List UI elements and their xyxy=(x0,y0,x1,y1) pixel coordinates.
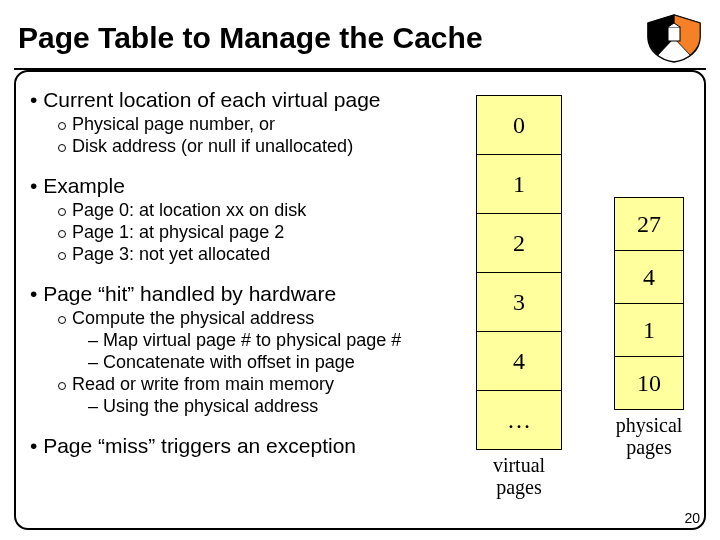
virtual-page-cell: 2 xyxy=(476,213,562,273)
bullet-l3: Using the physical address xyxy=(88,396,460,417)
slide: Page Table to Manage the Cache Current l… xyxy=(0,0,720,540)
virtual-page-cell: 1 xyxy=(476,154,562,214)
svg-rect-0 xyxy=(668,27,680,41)
physical-page-cell: 4 xyxy=(614,250,684,304)
bullet-content: Current location of each virtual page Ph… xyxy=(30,82,460,460)
bullet-l1: Example xyxy=(30,174,460,198)
bullet-l1: Page “hit” handled by hardware xyxy=(30,282,460,306)
bullet-l2: Read or write from main memory xyxy=(58,374,460,395)
label-text: pages xyxy=(626,436,672,458)
slide-title: Page Table to Manage the Cache xyxy=(18,21,483,55)
physical-page-cell: 27 xyxy=(614,197,684,251)
physical-pages-label: physical pages xyxy=(614,414,684,458)
virtual-pages-label: virtual pages xyxy=(476,454,562,498)
bullet-l3: Map virtual page # to physical page # xyxy=(88,330,460,351)
virtual-pages-table: 0 1 2 3 4 … virtual pages xyxy=(476,96,562,498)
bullet-l2: Compute the physical address xyxy=(58,308,460,329)
title-bar: Page Table to Manage the Cache xyxy=(14,8,706,70)
bullet-l2: Page 0: at location xx on disk xyxy=(58,200,460,221)
bullet-l2: Disk address (or null if unallocated) xyxy=(58,136,460,157)
label-text: virtual xyxy=(493,454,545,476)
bullet-l2: Page 1: at physical page 2 xyxy=(58,222,460,243)
bullet-l3: Concatenate with offset in page xyxy=(88,352,460,373)
virtual-page-cell: 3 xyxy=(476,272,562,332)
bullet-l2: Page 3: not yet allocated xyxy=(58,244,460,265)
bullet-l1: Current location of each virtual page xyxy=(30,88,460,112)
princeton-crest-icon xyxy=(646,13,702,63)
physical-page-cell: 10 xyxy=(614,356,684,410)
bullet-l1: Page “miss” triggers an exception xyxy=(30,434,460,458)
virtual-page-cell: … xyxy=(476,390,562,450)
virtual-page-cell: 0 xyxy=(476,95,562,155)
physical-page-cell: 1 xyxy=(614,303,684,357)
bullet-l2: Physical page number, or xyxy=(58,114,460,135)
label-text: physical xyxy=(616,414,683,436)
virtual-page-cell: 4 xyxy=(476,331,562,391)
label-text: pages xyxy=(496,476,542,498)
physical-pages-table: 27 4 1 10 physical pages xyxy=(614,198,684,458)
page-number: 20 xyxy=(684,510,700,526)
